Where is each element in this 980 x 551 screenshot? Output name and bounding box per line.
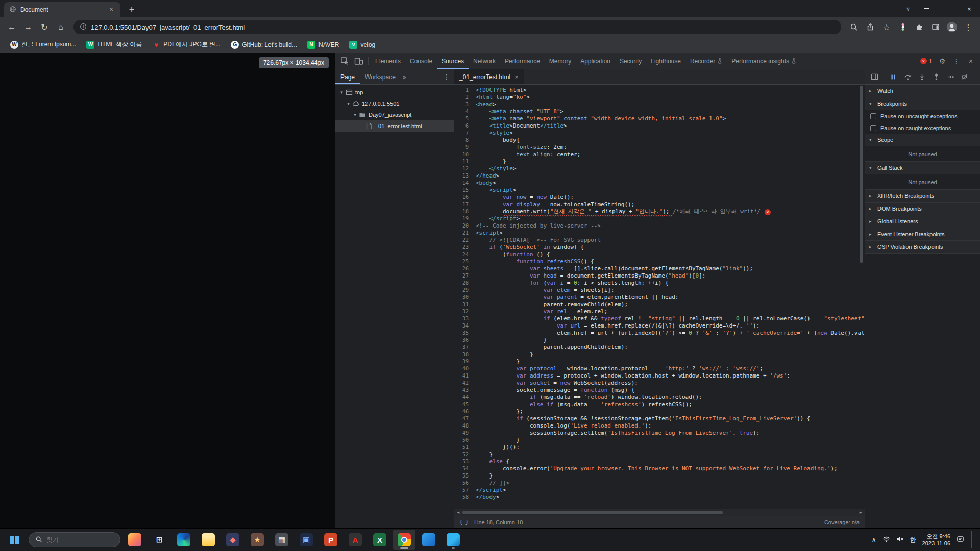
- code-line-text[interactable]: text-align: center;: [476, 151, 580, 158]
- code-line-text[interactable]: var display = now.toLocaleTimeString();: [476, 201, 634, 208]
- line-number[interactable]: 17: [454, 201, 476, 208]
- code-line-text[interactable]: (function () {: [476, 251, 550, 258]
- code-line-text[interactable]: document.writ("현재 시각은 " + display + "입니다…: [476, 208, 771, 215]
- code-line-text[interactable]: </head>: [476, 172, 499, 180]
- extensions-puzzle-icon[interactable]: [912, 19, 927, 35]
- code-line-text[interactable]: var elem = sheets[i];: [476, 287, 615, 294]
- zoom-icon[interactable]: [846, 19, 862, 35]
- navigator-tab-page[interactable]: Page: [335, 69, 360, 84]
- line-number[interactable]: 53: [454, 458, 476, 465]
- browser-tab[interactable]: Document ×: [4, 2, 120, 17]
- profile-avatar[interactable]: [944, 19, 960, 35]
- devtools-tab-console[interactable]: Console: [405, 53, 437, 69]
- navigator-tab-workspace[interactable]: Workspace: [360, 69, 401, 84]
- checkbox[interactable]: [870, 113, 876, 119]
- code-line-text[interactable]: </script>: [476, 215, 520, 222]
- console-error-badge[interactable]: × 1: [917, 58, 935, 64]
- hidden-icons-chevron[interactable]: ∧: [872, 536, 876, 543]
- checkbox[interactable]: [870, 125, 876, 131]
- code-line-text[interactable]: var now = new Date();: [476, 194, 574, 201]
- navigator-overflow-icon[interactable]: »: [401, 73, 408, 81]
- error-marker-icon[interactable]: ×: [765, 209, 771, 215]
- section-header-breakpoints[interactable]: ▾Breakpoints: [865, 97, 980, 110]
- line-number[interactable]: 24: [454, 251, 476, 258]
- line-number[interactable]: 9: [454, 144, 476, 151]
- file-tree-item-day07-javascript[interactable]: ▾Day07_javascript: [335, 109, 454, 120]
- line-number[interactable]: 5: [454, 115, 476, 122]
- code-line-text[interactable]: console.error('Upgrade your browser. Thi…: [476, 465, 838, 472]
- line-number[interactable]: 54: [454, 465, 476, 472]
- tab-search-button[interactable]: ∨: [900, 0, 916, 17]
- devtools-tab-network[interactable]: Network: [469, 53, 500, 69]
- taskbar-app-edge[interactable]: [173, 530, 195, 550]
- line-number[interactable]: 18: [454, 208, 476, 215]
- line-number[interactable]: 20: [454, 222, 476, 230]
- line-number[interactable]: 33: [454, 315, 476, 322]
- code-line-text[interactable]: else {: [476, 458, 509, 465]
- new-tab-button[interactable]: +: [125, 3, 139, 17]
- vertical-scroll-thumb[interactable]: [860, 86, 863, 263]
- taskbar-app-acrobat[interactable]: A: [344, 530, 366, 550]
- line-number[interactable]: 46: [454, 408, 476, 415]
- line-number[interactable]: 51: [454, 444, 476, 451]
- browser-menu-icon[interactable]: ⋮: [961, 19, 976, 35]
- code-line-text[interactable]: }: [476, 158, 506, 165]
- bookmark-star-icon[interactable]: ☆: [879, 19, 894, 35]
- deactivate-breakpoints-icon[interactable]: [959, 71, 971, 83]
- devtools-tab-memory[interactable]: Memory: [545, 53, 576, 69]
- line-number[interactable]: 12: [454, 165, 476, 172]
- file-tree-item-top[interactable]: ▾top: [335, 87, 454, 98]
- editor-tab-close-icon[interactable]: ×: [514, 73, 519, 81]
- checkbox-row-pause-on-caught-exceptions[interactable]: Pause on caught exceptions: [865, 122, 980, 134]
- devtools-tab-lighthouse[interactable]: Lighthouse: [646, 53, 685, 69]
- start-button[interactable]: [3, 530, 26, 550]
- pause-icon[interactable]: [887, 71, 899, 83]
- devtools-close-icon[interactable]: ×: [964, 55, 978, 68]
- line-number[interactable]: 35: [454, 330, 476, 337]
- taskbar-app-calculator[interactable]: ▦: [271, 530, 293, 550]
- network-icon[interactable]: [883, 535, 890, 544]
- home-button[interactable]: ⌂: [53, 19, 68, 35]
- taskbar-app-powerpoint[interactable]: P: [320, 530, 342, 550]
- taskbar-app-app-3[interactable]: ▣: [295, 530, 317, 550]
- window-minimize-button[interactable]: [916, 0, 937, 17]
- line-number[interactable]: 19: [454, 215, 476, 222]
- devtools-tab-sources[interactable]: Sources: [437, 53, 469, 69]
- editor-horizontal-scrollbar[interactable]: ◂ ▸: [454, 509, 865, 516]
- line-number[interactable]: 29: [454, 287, 476, 294]
- code-line-text[interactable]: // <![CDATA[ <-- For SVG support: [476, 237, 601, 244]
- code-line-text[interactable]: console.log('Live reload enabled.');: [476, 422, 651, 430]
- line-number[interactable]: 11: [454, 158, 476, 165]
- line-number[interactable]: 45: [454, 401, 476, 408]
- scroll-left-icon[interactable]: ◂: [454, 509, 462, 516]
- code-line-text[interactable]: parent.appendChild(elem);: [476, 344, 628, 351]
- code-line-text[interactable]: <title>Document</title>: [476, 122, 567, 130]
- step-into-icon[interactable]: [916, 71, 928, 83]
- taskbar-app-chrome[interactable]: [393, 530, 415, 550]
- taskbar-search-input[interactable]: [46, 536, 114, 543]
- code-line-text[interactable]: <style>: [476, 130, 513, 137]
- line-number[interactable]: 49: [454, 430, 476, 437]
- code-line-text[interactable]: var parent = elem.parentElement || head;: [476, 294, 678, 301]
- code-line-text[interactable]: var rel = elem.rel;: [476, 308, 607, 315]
- notification-center-icon[interactable]: [957, 535, 964, 544]
- line-number[interactable]: 34: [454, 322, 476, 330]
- taskbar-search[interactable]: [29, 532, 120, 547]
- extension-dango-icon[interactable]: [895, 19, 911, 35]
- code-line-text[interactable]: font-size: 2em;: [476, 144, 567, 151]
- code-line-text[interactable]: parent.removeChild(elem);: [476, 301, 628, 308]
- address-bar[interactable]: 127.0.0.1:5501/Day07_javascript/_01_erro…: [74, 20, 841, 34]
- devtools-tab-performance[interactable]: Performance: [500, 53, 545, 69]
- site-info-icon[interactable]: [80, 23, 87, 32]
- taskbar-app-excel[interactable]: X: [369, 530, 391, 550]
- back-button[interactable]: ←: [4, 19, 19, 35]
- line-number[interactable]: 6: [454, 122, 476, 130]
- device-toolbar-icon[interactable]: [352, 55, 366, 68]
- editor-tab[interactable]: _01_errorTest.html ×: [454, 69, 524, 84]
- code-line-text[interactable]: <head>: [476, 101, 496, 108]
- code-line-text[interactable]: var head = document.getElementsByTagName…: [476, 272, 705, 280]
- checkbox-row-pause-on-uncaught-exceptions[interactable]: Pause on uncaught exceptions: [865, 110, 980, 122]
- pretty-print-icon[interactable]: { }: [459, 519, 468, 525]
- line-number[interactable]: 38: [454, 351, 476, 358]
- code-line-text[interactable]: </style>: [476, 165, 516, 172]
